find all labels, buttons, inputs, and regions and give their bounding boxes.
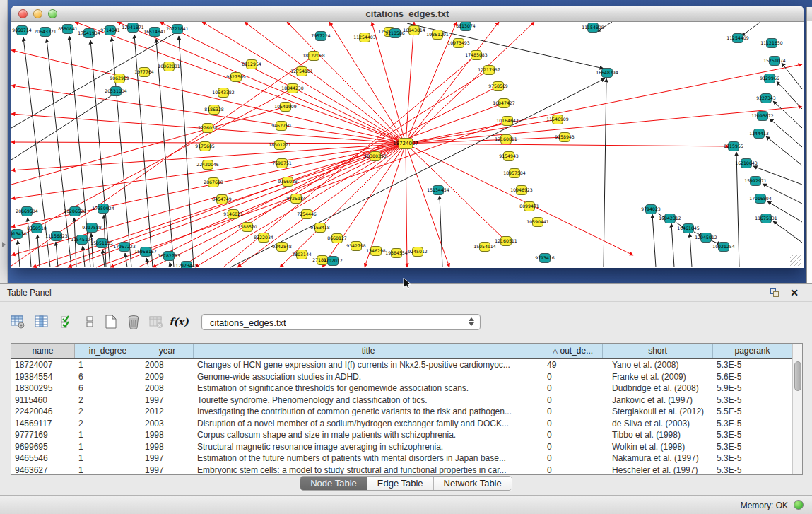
table-cell-out_de: 0 [543,465,603,475]
select-rows-button[interactable] [58,313,76,331]
table-cell-year: 2003 [141,418,194,430]
graph-node-label: 16943014 [403,28,425,33]
tab-edge-table[interactable]: Edge Table [367,477,434,490]
graph-edge [773,221,802,243]
float-panel-button[interactable] [768,286,781,299]
column-header-name[interactable]: name [11,344,75,358]
table-row[interactable]: 1456911722003Disruption of a novel membe… [11,418,792,430]
column-header-short[interactable]: short [603,344,713,358]
graph-node-label: 9858714 [12,28,32,33]
graph-node-label: 9714841 [100,28,120,33]
table-cell-out_de: 0 [543,395,603,407]
table-selector-dropdown[interactable]: citations_edges.txt [201,314,481,330]
table-cell-pagerank: 5.3E-5 [713,452,792,465]
graph-node-label: 9242848 [272,244,292,249]
table-cell-year: 1997 [141,395,194,407]
graph-node-label: 12093872 [751,113,774,118]
table-cell-name: 9463627 [11,465,75,475]
table-row[interactable]: 969969511998Structural magnetic resonanc… [11,441,792,453]
graph-node-label: 15054914 [473,244,496,249]
scrollbar-thumb[interactable] [794,361,801,391]
graph-edge [406,144,506,241]
graph-node-label: 9129966 [760,76,779,81]
attribute-table[interactable]: namein_degreeyeartitle△out_de...shortpag… [11,343,803,475]
graph-node-label: 9462750 [271,123,291,128]
graph-node-label: 1346298 [366,248,386,253]
graph-node-label: 16047427 [493,100,515,105]
graph-edge [139,86,498,267]
table-cell-in_degree: 1 [75,452,141,465]
vertical-scrollbar[interactable] [792,344,802,474]
table-cell-in_degree: 6 [75,382,141,395]
row-height-button[interactable] [81,313,99,331]
graph-node-label: 7690751 [272,160,292,165]
table-row[interactable]: 1872400712008Changes of HCN gene express… [11,359,792,371]
column-header-out_de[interactable]: △out_de... [543,344,603,358]
trash-icon [126,314,141,329]
table-row[interactable]: 1830029562008Estimation of significance … [11,382,792,395]
graph-node-label: 9218586 [385,30,405,35]
graph-node-label: 12041871 [122,25,144,30]
network-view-window[interactable]: citations_edges.txt 18724007112544031250… [11,6,804,268]
function-builder-button[interactable]: f(x) [170,313,188,331]
table-cell-name: 9699695 [11,441,75,453]
panel-collapse-arrow-icon[interactable] [2,242,6,247]
graph-node-label: 10862081 [158,64,180,69]
table-cell-year: 1997 [141,452,194,465]
table-row[interactable]: 911546021997Tourette syndrome. Phenomeno… [11,395,792,407]
close-panel-button[interactable]: ✕ [788,286,801,299]
graph-node-label: 3913430 [11,231,27,236]
graph-node-label: 16461045 [677,226,700,230]
graph-node-label: 20531004 [105,88,127,93]
table-settings-icon [10,314,25,329]
graph-edge [372,22,406,144]
network-canvas[interactable]: 1872400711254403125043081694301419861291… [11,22,804,268]
table-row[interactable]: 977716911998Corpus callosum shape and si… [11,429,792,441]
table-cell-title: Structural magnetic resonance image aver… [194,441,543,453]
graph-node-label: 8580841 [58,26,78,31]
delete-table-button[interactable] [124,313,143,331]
table-cell-year: 2009 [141,371,194,383]
graph-node-label: 11156823 [45,233,68,238]
citation-graph[interactable]: 1872400711254403125043081694301419861291… [11,22,804,268]
table-row[interactable]: 2242004622012Investigating the contribut… [11,406,792,418]
window-titlebar[interactable]: citations_edges.txt [11,6,804,22]
column-header-title[interactable]: title [194,344,543,358]
create-table-button[interactable] [102,313,120,331]
sort-ascending-icon: △ [553,347,558,355]
canvas-resize-grip[interactable] [790,255,801,266]
table-cell-in_degree: 1 [75,359,141,371]
graph-node-label: 8725184 [286,196,306,201]
graph-node-label: 9758569 [488,83,508,88]
graph-node-label: 9756088 [278,179,298,184]
column-header-year[interactable]: year [141,344,194,358]
tab-node-table[interactable]: Node Table [300,477,367,490]
mouse-cursor [403,277,413,291]
table-cell-title: Tourette syndrome. Phenomenology and cla… [194,395,543,407]
show-columns-button[interactable] [33,313,51,331]
table-cell-short: Dudbridge et al. (2008) [603,382,713,395]
graph-node-label: 12923445 [175,263,198,268]
table-cell-name: 14569117 [11,418,75,430]
graph-edge [773,101,802,128]
table-row[interactable]: 946362711997Embryonic stem cells: a mode… [11,465,792,475]
graph-edge [604,78,606,267]
table-row[interactable]: 946554611997Estimation of the future num… [11,452,792,465]
table-settings-button[interactable] [8,313,27,331]
graph-edge [11,107,286,185]
graph-node-label: 20721841 [166,26,189,31]
graph-node-label: 9158943 [555,134,575,139]
graph-edge [741,22,760,36]
graph-node-label: 15051135 [90,240,113,245]
table-cell-title: Genome-wide association studies in ADHD. [194,371,543,383]
graph-edge [11,144,406,199]
tab-network-table[interactable]: Network Table [434,477,512,490]
column-header-pagerank[interactable]: pagerank [713,344,792,358]
table-row[interactable]: 1938455462009Genome-wide association stu… [11,371,792,383]
graph-node-label: 2226058 [198,125,218,130]
column-header-in_degree[interactable]: in_degree [75,344,141,358]
table-cell-name: 18300295 [11,382,75,395]
table-panel: Table Panel ✕ [0,283,812,514]
graph-edge [777,81,802,109]
table-cell-in_degree: 6 [75,371,141,383]
